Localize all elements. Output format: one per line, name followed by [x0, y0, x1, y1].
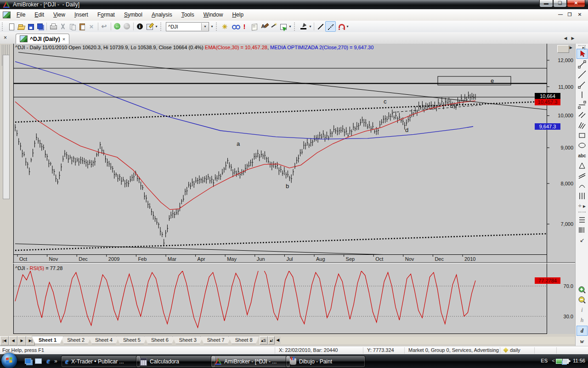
interval-daily-button[interactable]: d — [577, 326, 588, 336]
toolbar-grip[interactable] — [578, 212, 586, 214]
menu-symbol[interactable]: Symbol — [119, 9, 147, 21]
wave-label-d[interactable]: d — [405, 126, 408, 133]
interval-hourly-button[interactable]: h — [577, 316, 587, 325]
task-button-amibroker[interactable]: AmiBroker - [^DJI - ... — [211, 356, 290, 368]
volume-icon[interactable] — [567, 359, 573, 363]
wave-label-b[interactable]: b — [286, 183, 289, 190]
paste-button[interactable] — [77, 22, 87, 31]
sheet-tab-sheet8[interactable]: Sheet 8 — [228, 336, 260, 344]
pitchfork-tool-tool-button[interactable] — [577, 121, 587, 130]
sheet-expand-button[interactable]: ▸| — [582, 46, 585, 50]
sheet-scrollbar-track[interactable] — [281, 337, 575, 344]
horizontal-segment-tool-tool-button[interactable] — [577, 100, 587, 109]
chart-wizard-button[interactable] — [269, 22, 278, 31]
dotted-line-tool-button[interactable] — [325, 21, 336, 32]
symbol-combobox[interactable]: ^DJI▾ — [166, 22, 209, 31]
left-scroll-track[interactable] — [3, 55, 10, 199]
trendline-tool-tool-button[interactable] — [577, 70, 587, 79]
toolbar-overflow-icon[interactable]: ▾ — [154, 24, 158, 29]
maximize-button[interactable]: ❏ — [553, 0, 567, 7]
formula-editor-button[interactable] — [259, 22, 269, 31]
menu-file[interactable]: File — [12, 9, 30, 21]
delete-button[interactable] — [87, 22, 96, 31]
menu-view[interactable]: View — [49, 9, 70, 21]
toolbar-grip[interactable] — [216, 23, 219, 31]
fib-levels-tool-tool-button[interactable] — [577, 215, 587, 224]
toolbar-grip[interactable] — [294, 23, 297, 31]
menu-analysis[interactable]: Analysis — [147, 9, 177, 21]
view-explore-button[interactable] — [230, 22, 240, 31]
menu-edit[interactable]: Edit — [30, 9, 49, 21]
ray-tool-tool-button[interactable] — [577, 80, 587, 89]
open-database-button[interactable] — [16, 22, 26, 31]
sheet-nav-button[interactable]: |◀ — [0, 336, 9, 345]
text-tool-tool-button[interactable]: abc — [577, 151, 587, 160]
commentary-button[interactable] — [249, 22, 259, 31]
zoom-in-tool-button[interactable] — [577, 285, 587, 294]
vertical-line-tool-tool-button[interactable] — [577, 90, 587, 99]
back-button[interactable] — [113, 22, 122, 31]
pen-style-button[interactable] — [299, 22, 308, 31]
arc-tool-tool-button[interactable] — [577, 181, 587, 190]
wave-label-c[interactable]: c — [384, 98, 387, 105]
alerts-button[interactable] — [240, 22, 249, 31]
sheet-tab-sheet3[interactable]: Sheet 3 — [172, 336, 204, 344]
fib-timezones-tool-tool-button[interactable] — [577, 225, 587, 235]
toolbar-grip[interactable] — [2, 23, 5, 31]
menu-tools[interactable]: Tools — [177, 9, 199, 21]
tray-chevron[interactable]: < — [552, 358, 555, 363]
mdi-restore-button[interactable]: ❐ — [566, 12, 573, 18]
start-button[interactable] — [1, 353, 17, 368]
undo-button[interactable] — [100, 22, 109, 31]
magnet-tool-button[interactable] — [336, 22, 345, 31]
sheet-nav-button[interactable]: ▶ — [17, 336, 26, 345]
zoom-out-tool-button[interactable] — [577, 295, 587, 305]
sheet-scroll-left-button[interactable]: ◀ — [275, 336, 281, 344]
show-desktop-icon[interactable] — [34, 357, 42, 365]
internet-explorer-icon[interactable]: e — [44, 357, 52, 365]
parameters-button[interactable] — [220, 22, 230, 31]
language-indicator[interactable]: ES — [541, 358, 548, 363]
sheet-scrollbar-thumb[interactable] — [557, 45, 569, 53]
tab-scroll-right[interactable]: ▶ — [570, 35, 576, 41]
new-chart-button[interactable] — [278, 22, 288, 31]
window-switcher-icon[interactable] — [24, 357, 32, 365]
symbol-info-button[interactable] — [135, 22, 145, 31]
menu-help[interactable]: Help — [227, 9, 248, 21]
forward-button[interactable] — [122, 22, 132, 31]
menu-insert[interactable]: Insert — [70, 9, 93, 21]
task-button-calculator[interactable]: Calculadora — [136, 356, 215, 368]
combobox-dropdown-icon[interactable]: ▾ — [201, 23, 209, 30]
parallel-lines-tool-tool-button[interactable] — [577, 110, 587, 120]
sheet-tab-sheet5[interactable]: Sheet 5 — [116, 336, 147, 344]
menu-window[interactable]: Window — [199, 9, 228, 21]
sheet-tab-sheet1[interactable]: Sheet 1 — [32, 336, 63, 344]
toolbar-overflow-icon[interactable]: ▾ — [345, 24, 350, 29]
cut-button[interactable] — [58, 22, 68, 31]
quote-editor-button[interactable] — [145, 22, 154, 31]
close-button[interactable]: ✕ — [567, 0, 585, 7]
task-button-paint[interactable]: Dibujo - Paint — [286, 356, 365, 368]
rectangle-tool-tool-button[interactable] — [577, 131, 587, 140]
quick-launch-chevron[interactable]: » — [54, 358, 57, 364]
segment-tool-tool-button[interactable] — [577, 60, 587, 69]
sheet-scroll-right-icon[interactable]: ▶ — [570, 46, 572, 50]
mdi-close-button[interactable]: ✕ — [576, 12, 583, 18]
task-button-internet-explorer[interactable]: eX-Trader • Publicar ... — [61, 356, 141, 368]
tab-scroll-left[interactable]: ◀ — [562, 35, 569, 41]
pointer-tool-tool-button[interactable] — [577, 49, 588, 59]
tab-close-icon[interactable]: × — [62, 36, 65, 42]
sheet-mini-button[interactable]: ▴I — [268, 336, 275, 345]
triangle-tool-tool-button[interactable] — [577, 161, 587, 170]
print-button[interactable] — [48, 22, 58, 31]
new-file-button[interactable] — [6, 22, 16, 31]
mdi-minimize-button[interactable]: — — [557, 12, 564, 18]
arrow-tool-tool-button[interactable]: ↙ — [577, 236, 587, 245]
interval-intraday-button[interactable]: i — [577, 305, 587, 315]
wave-label-e[interactable]: e — [491, 77, 494, 84]
menu-format[interactable]: Format — [93, 9, 119, 21]
ellipse-tool-tool-button[interactable] — [577, 141, 587, 150]
sheet-tab-sheet2[interactable]: Sheet 2 — [60, 336, 91, 344]
wave-label-a[interactable]: a — [237, 140, 240, 147]
copy-button[interactable] — [68, 22, 77, 31]
